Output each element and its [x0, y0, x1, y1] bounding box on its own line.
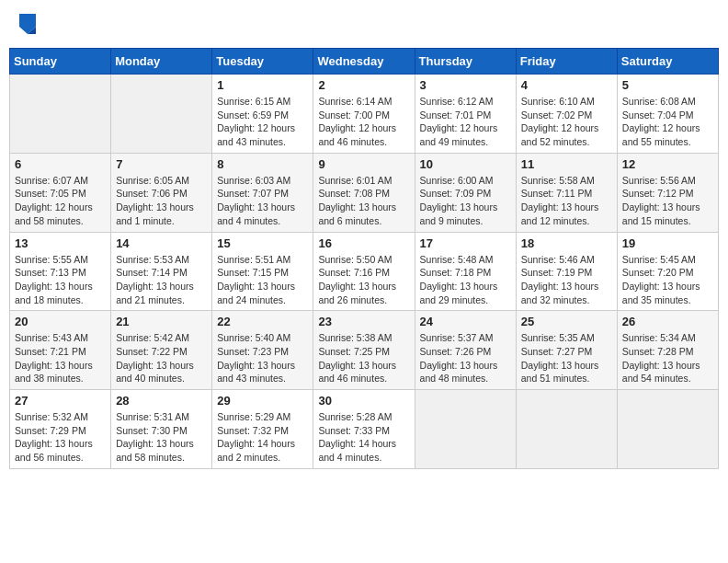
calendar-cell: 11Sunrise: 5:58 AMSunset: 7:11 PMDayligh…	[516, 153, 617, 232]
cell-date-number: 10	[420, 157, 511, 171]
cell-date-number: 15	[217, 236, 308, 250]
cell-date-number: 2	[318, 78, 409, 92]
calendar-cell: 17Sunrise: 5:48 AMSunset: 7:18 PMDayligh…	[415, 232, 516, 311]
cell-info: Sunrise: 6:03 AMSunset: 7:07 PMDaylight:…	[217, 174, 308, 228]
calendar-cell	[617, 390, 718, 469]
cell-date-number: 14	[116, 236, 207, 250]
cell-date-number: 1	[217, 78, 308, 92]
cell-info: Sunrise: 6:10 AMSunset: 7:02 PMDaylight:…	[521, 95, 612, 149]
cell-info: Sunrise: 6:15 AMSunset: 6:59 PMDaylight:…	[217, 95, 308, 149]
calendar-cell: 6Sunrise: 6:07 AMSunset: 7:05 PMDaylight…	[10, 153, 111, 232]
calendar-cell: 20Sunrise: 5:43 AMSunset: 7:21 PMDayligh…	[10, 311, 111, 390]
calendar-header: SundayMondayTuesdayWednesdayThursdayFrid…	[10, 49, 719, 75]
calendar-cell	[516, 390, 617, 469]
cell-info: Sunrise: 6:12 AMSunset: 7:01 PMDaylight:…	[420, 95, 511, 149]
page-header	[9, 9, 719, 39]
cell-info: Sunrise: 5:34 AMSunset: 7:28 PMDaylight:…	[622, 331, 713, 385]
cell-info: Sunrise: 6:14 AMSunset: 7:00 PMDaylight:…	[318, 95, 409, 149]
cell-info: Sunrise: 6:07 AMSunset: 7:05 PMDaylight:…	[15, 174, 106, 228]
cell-info: Sunrise: 5:50 AMSunset: 7:16 PMDaylight:…	[318, 253, 409, 307]
cell-date-number: 9	[318, 157, 409, 171]
calendar-cell: 24Sunrise: 5:37 AMSunset: 7:26 PMDayligh…	[415, 311, 516, 390]
calendar-cell: 30Sunrise: 5:28 AMSunset: 7:33 PMDayligh…	[313, 390, 415, 469]
calendar-cell: 14Sunrise: 5:53 AMSunset: 7:14 PMDayligh…	[111, 232, 212, 311]
calendar-cell: 15Sunrise: 5:51 AMSunset: 7:15 PMDayligh…	[212, 232, 313, 311]
calendar-week-row: 13Sunrise: 5:55 AMSunset: 7:13 PMDayligh…	[10, 232, 719, 311]
cell-info: Sunrise: 6:00 AMSunset: 7:09 PMDaylight:…	[420, 174, 511, 228]
calendar-cell: 9Sunrise: 6:01 AMSunset: 7:08 PMDaylight…	[313, 153, 415, 232]
calendar-cell: 1Sunrise: 6:15 AMSunset: 6:59 PMDaylight…	[212, 75, 313, 154]
cell-info: Sunrise: 5:56 AMSunset: 7:12 PMDaylight:…	[622, 174, 713, 228]
cell-info: Sunrise: 5:32 AMSunset: 7:29 PMDaylight:…	[15, 410, 106, 465]
weekday-row: SundayMondayTuesdayWednesdayThursdayFrid…	[10, 49, 719, 75]
weekday-header-friday: Friday	[516, 49, 617, 75]
cell-info: Sunrise: 5:45 AMSunset: 7:20 PMDaylight:…	[622, 253, 713, 307]
cell-info: Sunrise: 5:35 AMSunset: 7:27 PMDaylight:…	[521, 331, 612, 385]
calendar-cell: 26Sunrise: 5:34 AMSunset: 7:28 PMDayligh…	[617, 311, 718, 390]
cell-info: Sunrise: 5:58 AMSunset: 7:11 PMDaylight:…	[521, 174, 612, 228]
calendar-week-row: 27Sunrise: 5:32 AMSunset: 7:29 PMDayligh…	[10, 390, 719, 469]
calendar-body: 1Sunrise: 6:15 AMSunset: 6:59 PMDaylight…	[10, 75, 719, 469]
calendar-cell: 19Sunrise: 5:45 AMSunset: 7:20 PMDayligh…	[617, 232, 718, 311]
weekday-header-saturday: Saturday	[617, 49, 718, 75]
cell-info: Sunrise: 5:55 AMSunset: 7:13 PMDaylight:…	[15, 253, 106, 307]
cell-info: Sunrise: 5:40 AMSunset: 7:23 PMDaylight:…	[217, 331, 308, 385]
cell-date-number: 26	[622, 315, 713, 328]
cell-date-number: 7	[116, 157, 207, 171]
calendar-cell: 4Sunrise: 6:10 AMSunset: 7:02 PMDaylight…	[516, 75, 617, 154]
cell-date-number: 16	[318, 236, 409, 250]
calendar-cell: 27Sunrise: 5:32 AMSunset: 7:29 PMDayligh…	[10, 390, 111, 469]
calendar-cell: 12Sunrise: 5:56 AMSunset: 7:12 PMDayligh…	[617, 153, 718, 232]
weekday-header-tuesday: Tuesday	[212, 49, 313, 75]
cell-date-number: 5	[622, 78, 713, 92]
calendar-cell: 18Sunrise: 5:46 AMSunset: 7:19 PMDayligh…	[516, 232, 617, 311]
calendar-cell: 29Sunrise: 5:29 AMSunset: 7:32 PMDayligh…	[212, 390, 313, 469]
weekday-header-sunday: Sunday	[10, 49, 111, 75]
calendar-cell: 10Sunrise: 6:00 AMSunset: 7:09 PMDayligh…	[415, 153, 516, 232]
cell-date-number: 18	[521, 236, 612, 250]
cell-date-number: 4	[521, 78, 612, 92]
calendar-cell: 8Sunrise: 6:03 AMSunset: 7:07 PMDaylight…	[212, 153, 313, 232]
cell-info: Sunrise: 5:48 AMSunset: 7:18 PMDaylight:…	[420, 253, 511, 307]
cell-date-number: 20	[15, 315, 106, 328]
cell-date-number: 19	[622, 236, 713, 250]
cell-date-number: 13	[15, 236, 106, 250]
cell-info: Sunrise: 5:53 AMSunset: 7:14 PMDaylight:…	[116, 253, 207, 307]
cell-info: Sunrise: 6:05 AMSunset: 7:06 PMDaylight:…	[116, 174, 207, 228]
cell-info: Sunrise: 5:51 AMSunset: 7:15 PMDaylight:…	[217, 253, 308, 307]
cell-date-number: 11	[521, 157, 612, 171]
cell-date-number: 23	[318, 315, 409, 328]
weekday-header-monday: Monday	[111, 49, 212, 75]
cell-date-number: 12	[622, 157, 713, 171]
cell-info: Sunrise: 5:37 AMSunset: 7:26 PMDaylight:…	[420, 331, 511, 385]
cell-info: Sunrise: 5:31 AMSunset: 7:30 PMDaylight:…	[116, 410, 207, 465]
calendar-cell	[111, 75, 212, 154]
cell-info: Sunrise: 5:43 AMSunset: 7:21 PMDaylight:…	[15, 331, 106, 385]
calendar-cell: 2Sunrise: 6:14 AMSunset: 7:00 PMDaylight…	[313, 75, 415, 154]
cell-info: Sunrise: 6:08 AMSunset: 7:04 PMDaylight:…	[622, 95, 713, 149]
calendar-cell: 5Sunrise: 6:08 AMSunset: 7:04 PMDaylight…	[617, 75, 718, 154]
logo-icon	[19, 14, 36, 34]
cell-date-number: 30	[318, 394, 409, 408]
weekday-header-wednesday: Wednesday	[313, 49, 415, 75]
cell-date-number: 25	[521, 315, 612, 328]
logo	[18, 14, 37, 34]
weekday-header-thursday: Thursday	[415, 49, 516, 75]
cell-date-number: 27	[15, 394, 106, 408]
cell-date-number: 29	[217, 394, 308, 408]
calendar-week-row: 20Sunrise: 5:43 AMSunset: 7:21 PMDayligh…	[10, 311, 719, 390]
cell-info: Sunrise: 5:29 AMSunset: 7:32 PMDaylight:…	[217, 410, 308, 465]
calendar-cell: 7Sunrise: 6:05 AMSunset: 7:06 PMDaylight…	[111, 153, 212, 232]
calendar-cell: 23Sunrise: 5:38 AMSunset: 7:25 PMDayligh…	[313, 311, 415, 390]
cell-info: Sunrise: 6:01 AMSunset: 7:08 PMDaylight:…	[318, 174, 409, 228]
cell-info: Sunrise: 5:28 AMSunset: 7:33 PMDaylight:…	[318, 410, 409, 465]
cell-date-number: 3	[420, 78, 511, 92]
calendar-cell: 3Sunrise: 6:12 AMSunset: 7:01 PMDaylight…	[415, 75, 516, 154]
calendar-week-row: 6Sunrise: 6:07 AMSunset: 7:05 PMDaylight…	[10, 153, 719, 232]
calendar-cell: 28Sunrise: 5:31 AMSunset: 7:30 PMDayligh…	[111, 390, 212, 469]
cell-date-number: 21	[116, 315, 207, 328]
calendar-table: SundayMondayTuesdayWednesdayThursdayFrid…	[9, 48, 719, 469]
calendar-cell: 21Sunrise: 5:42 AMSunset: 7:22 PMDayligh…	[111, 311, 212, 390]
cell-date-number: 28	[116, 394, 207, 408]
cell-info: Sunrise: 5:38 AMSunset: 7:25 PMDaylight:…	[318, 331, 409, 385]
